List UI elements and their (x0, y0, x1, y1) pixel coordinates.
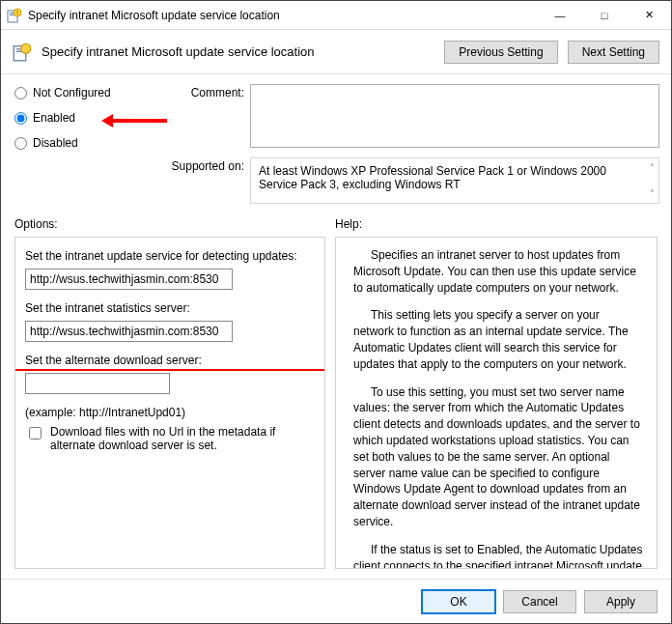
download-no-url-label: Download files with no Url in the metada… (50, 425, 315, 452)
policy-state-section: Not Configured Enabled Disabled Comment:… (1, 74, 671, 208)
section-labels: Options: Help: (1, 208, 671, 237)
next-setting-button[interactable]: Next Setting (568, 41, 659, 64)
radio-enabled[interactable]: Enabled (14, 111, 150, 125)
titlebar: Specify intranet Microsoft update servic… (1, 1, 671, 30)
update-service-input[interactable] (25, 269, 233, 290)
example-text: (example: http://IntranetUpd01) (25, 406, 315, 419)
supported-on-box: At least Windows XP Professional Service… (250, 157, 659, 204)
help-paragraph: This setting lets you specify a server o… (353, 307, 643, 372)
svg-rect-4 (16, 11, 18, 13)
radio-disabled-input[interactable] (14, 137, 27, 150)
help-panel[interactable]: Specifies an intranet server to host upd… (335, 237, 658, 569)
radio-label: Enabled (33, 111, 75, 125)
chevron-up-icon: ˄ (650, 162, 655, 173)
help-paragraph: To use this setting, you must set two se… (353, 384, 643, 530)
radio-enabled-input[interactable] (14, 112, 27, 125)
dialog-footer: OK Cancel Apply (1, 579, 671, 623)
minimize-button[interactable]: — (538, 1, 582, 30)
help-paragraph: If the status is set to Enabled, the Aut… (353, 542, 643, 569)
close-button[interactable]: ✕ (627, 1, 671, 30)
ok-button[interactable]: OK (422, 590, 495, 613)
svg-rect-5 (16, 14, 18, 14)
dialog-window: Specify intranet Microsoft update servic… (0, 0, 672, 624)
radio-not-configured[interactable]: Not Configured (14, 86, 150, 99)
download-no-url-row[interactable]: Download files with no Url in the metada… (25, 425, 315, 452)
cancel-button[interactable]: Cancel (503, 590, 576, 613)
stats-server-label: Set the intranet statistics server: (25, 301, 315, 315)
svg-point-9 (21, 43, 31, 53)
options-label: Options: (14, 217, 335, 231)
main-area: Set the intranet update service for dete… (1, 237, 671, 579)
header-title: Specify intranet Microsoft update servic… (42, 44, 434, 59)
update-service-label: Set the intranet update service for dete… (25, 249, 315, 263)
supported-on-text: At least Windows XP Professional Service… (259, 164, 606, 191)
radio-disabled[interactable]: Disabled (14, 136, 150, 150)
policy-icon (13, 43, 32, 62)
comment-label: Comment: (155, 84, 244, 99)
radio-label: Not Configured (33, 86, 111, 99)
stats-server-input[interactable] (25, 321, 233, 342)
window-title: Specify intranet Microsoft update servic… (28, 9, 538, 22)
previous-setting-button[interactable]: Previous Setting (444, 41, 557, 64)
alt-download-input[interactable] (25, 373, 170, 394)
state-radio-group: Not Configured Enabled Disabled (14, 84, 150, 150)
comment-textarea[interactable] (250, 84, 659, 148)
chevron-down-icon: ˅ (650, 188, 655, 199)
policy-icon (7, 8, 22, 23)
header-row: Specify intranet Microsoft update servic… (1, 30, 671, 74)
arrow-annotation (101, 114, 167, 128)
maximize-button[interactable]: □ (582, 1, 627, 30)
options-panel: Set the intranet update service for dete… (14, 237, 325, 569)
alt-download-label: Set the alternate download server: (25, 354, 315, 367)
supported-on-label: Supported on: (155, 157, 244, 173)
help-label: Help: (335, 217, 362, 231)
radio-not-configured-input[interactable] (14, 87, 27, 99)
download-no-url-checkbox[interactable] (29, 427, 42, 440)
apply-button[interactable]: Apply (584, 590, 658, 613)
help-paragraph: Specifies an intranet server to host upd… (353, 247, 643, 296)
radio-label: Disabled (33, 136, 78, 150)
